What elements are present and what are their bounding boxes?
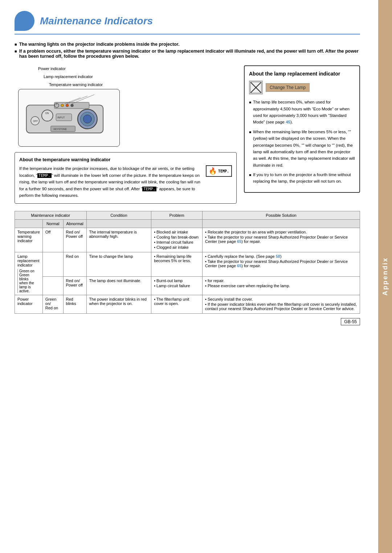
normal-cell-2a bbox=[42, 252, 63, 276]
problem-item: Burnt-out lamp bbox=[154, 278, 200, 283]
about-temp-text: If the temperature inside the projector … bbox=[19, 165, 202, 199]
temp-flame-icon: 🔥 bbox=[209, 167, 217, 175]
lamp-bullet-1: The lamp life becomes 0%, when used for … bbox=[249, 99, 355, 126]
table-row: Red on/Power off The lamp does not illum… bbox=[15, 276, 360, 295]
appendix-label: Appendix bbox=[381, 257, 389, 296]
th-indicator-name bbox=[15, 219, 43, 228]
solution-cell-2a: Carefully replace the lamp. (See page 58… bbox=[203, 252, 360, 276]
about-temp-box: About the temperature warning indicator … bbox=[15, 152, 237, 203]
condition-cell-1: The internal temperature is abnormally h… bbox=[86, 228, 151, 252]
th-abnormal: Abnormal bbox=[63, 219, 86, 228]
lamp-indicator: Change The Lamp bbox=[249, 81, 355, 94]
lamp-bullet-2: When the remaining lamp life becomes 5% … bbox=[249, 129, 355, 168]
normal-cell-3: Green on/Red on bbox=[42, 295, 63, 313]
table-row: Lampreplacementindicator Green on Greenb… bbox=[15, 252, 360, 276]
th-maintenance-indicator: Maintenance indicator bbox=[15, 211, 87, 219]
lamp-bullet-3: If you try to turn on the projector a fo… bbox=[249, 171, 355, 185]
th-condition-sub bbox=[86, 219, 151, 228]
problem-list-2a: Remaining lamp life becomes 5% or less. bbox=[154, 254, 200, 263]
intro-line-1: The warning lights on the projector indi… bbox=[15, 42, 360, 47]
problem-cell-3: The filter/lamp unit cover is open. bbox=[151, 295, 203, 313]
th-problem-sub bbox=[151, 219, 203, 228]
problem-list-3: The filter/lamp unit cover is open. bbox=[154, 297, 200, 306]
intro-text-1: The warning lights on the projector indi… bbox=[19, 42, 180, 47]
svg-text:KEYSTONE: KEYSTONE bbox=[54, 128, 67, 130]
projector-svg: ON OFF INPUT KEYSTONE bbox=[23, 94, 114, 141]
temp-text-highlight: TEMP. bbox=[37, 173, 52, 178]
problem-item: Blocked air intake bbox=[154, 230, 200, 234]
condition-cell-2a: Time to change the lamp bbox=[86, 252, 151, 276]
solution-item: Carefully replace the lamp. (See page 58… bbox=[205, 254, 357, 259]
header-icon bbox=[15, 11, 34, 31]
power-indicator-label: Power indicator bbox=[38, 65, 237, 73]
solution-cell-2b: for repair. Please exercise care when re… bbox=[203, 276, 360, 295]
svg-point-17 bbox=[83, 115, 91, 123]
intro-text-2: If a problem occurs, either the temperat… bbox=[19, 49, 360, 59]
temp-icon-box: 🔥 TEMP. bbox=[206, 165, 232, 199]
page-wrapper: Appendix Maintenance Indicators The warn… bbox=[0, 0, 392, 553]
table-row: Temperaturewarningindicator Off Red on/P… bbox=[15, 228, 360, 252]
about-lamp-title: About the lamp replacement indicator bbox=[249, 70, 355, 77]
temp-icon: 🔥 TEMP. bbox=[206, 165, 232, 177]
abnormal-cell-2b: Red on/Power off bbox=[63, 276, 86, 295]
change-lamp-button: Change The Lamp bbox=[266, 83, 310, 92]
about-temp-title: About the temperature warning indicator bbox=[19, 157, 232, 162]
diagram-labels: Power indicator Lamp replacement indicat… bbox=[38, 65, 237, 88]
about-temp-content: If the temperature inside the projector … bbox=[19, 165, 232, 199]
problem-item: Internal circuit failure bbox=[154, 240, 200, 244]
svg-text:OFF: OFF bbox=[33, 120, 38, 122]
table-sub-header-row: Normal Abnormal bbox=[15, 219, 360, 228]
table-header-row: Maintenance indicator Condition Problem … bbox=[15, 211, 360, 219]
indicator-cell-2: Lampreplacementindicator Green on Greenb… bbox=[15, 252, 43, 295]
maintenance-table: Maintenance indicator Condition Problem … bbox=[15, 211, 360, 314]
problem-cell-1: Blocked air intake Cooling fan break-dow… bbox=[151, 228, 203, 252]
th-condition: Condition bbox=[86, 211, 151, 219]
intro-line-2: If a problem occurs, either the temperat… bbox=[15, 49, 360, 59]
diagram-section: Power indicator Lamp replacement indicat… bbox=[15, 65, 237, 147]
svg-point-4 bbox=[61, 104, 64, 107]
th-normal: Normal bbox=[42, 219, 63, 228]
solution-item: Relocate the projector to an area with p… bbox=[205, 230, 357, 234]
left-col: Power indicator Lamp replacement indicat… bbox=[15, 65, 237, 204]
condition-cell-3: The power indicator blinks in red when t… bbox=[86, 295, 151, 313]
indicator-cell-1: Temperaturewarningindicator bbox=[15, 228, 43, 252]
two-col-section: Power indicator Lamp replacement indicat… bbox=[15, 65, 360, 204]
solution-item: Take the projector to your nearest Sharp… bbox=[205, 235, 357, 244]
lamp-replace-icon bbox=[249, 81, 263, 94]
problem-cell-2a: Remaining lamp life becomes 5% or less. bbox=[151, 252, 203, 276]
solution-list-3: Securely install the cover. If the power… bbox=[205, 297, 357, 311]
page-header: Maintenance Indicators bbox=[15, 11, 360, 34]
solution-list-2b: for repair. Please exercise care when re… bbox=[205, 278, 357, 288]
normal-cell-2b bbox=[42, 276, 63, 295]
svg-text:INPUT: INPUT bbox=[57, 116, 65, 119]
solution-item: If the power indicator blinks even when … bbox=[205, 302, 357, 311]
solution-cell-1: Relocate the projector to an area with p… bbox=[203, 228, 360, 252]
solution-cell-3: Securely install the cover. If the power… bbox=[203, 295, 360, 313]
table-section: Maintenance indicator Condition Problem … bbox=[15, 211, 360, 314]
solution-item: Take the projector to your nearest Sharp… bbox=[205, 259, 357, 268]
th-solution: Possible Solution bbox=[203, 211, 360, 219]
solution-item: Securely install the cover. bbox=[205, 297, 357, 301]
problem-list-1: Blocked air intake Cooling fan break-dow… bbox=[154, 230, 200, 249]
abnormal-cell-2a: Red on bbox=[63, 252, 86, 276]
table-row: Powerindicator Green on/Red on Red blink… bbox=[15, 295, 360, 313]
solution-item: Please exercise care when replacing the … bbox=[205, 284, 357, 288]
lamp-indicator-label: Lamp replacement indicator bbox=[44, 73, 237, 81]
about-lamp-text: The lamp life becomes 0%, when used for … bbox=[249, 99, 355, 185]
problem-cell-2b: Burnt-out lamp Lamp circuit failure bbox=[151, 276, 203, 295]
page-number-row: GB-55 bbox=[15, 319, 360, 324]
problem-item: The filter/lamp unit cover is open. bbox=[154, 297, 200, 306]
svg-point-6 bbox=[71, 104, 74, 107]
about-lamp-box: About the lamp replacement indicator Cha… bbox=[244, 65, 360, 193]
problem-item: Cooling fan break-down bbox=[154, 235, 200, 239]
svg-point-5 bbox=[66, 104, 69, 107]
normal-cell-1: Off bbox=[42, 228, 63, 252]
problem-item: Clogged air intake bbox=[154, 245, 200, 249]
intro-section: The warning lights on the projector indi… bbox=[15, 42, 360, 59]
th-solution-sub bbox=[203, 219, 360, 228]
page-number: GB-55 bbox=[341, 318, 360, 325]
right-col: About the lamp replacement indicator Cha… bbox=[244, 65, 360, 204]
problem-item: Lamp circuit failure bbox=[154, 284, 200, 288]
temp-label: TEMP. bbox=[218, 169, 229, 173]
main-content: Maintenance Indicators The warning light… bbox=[0, 0, 378, 553]
